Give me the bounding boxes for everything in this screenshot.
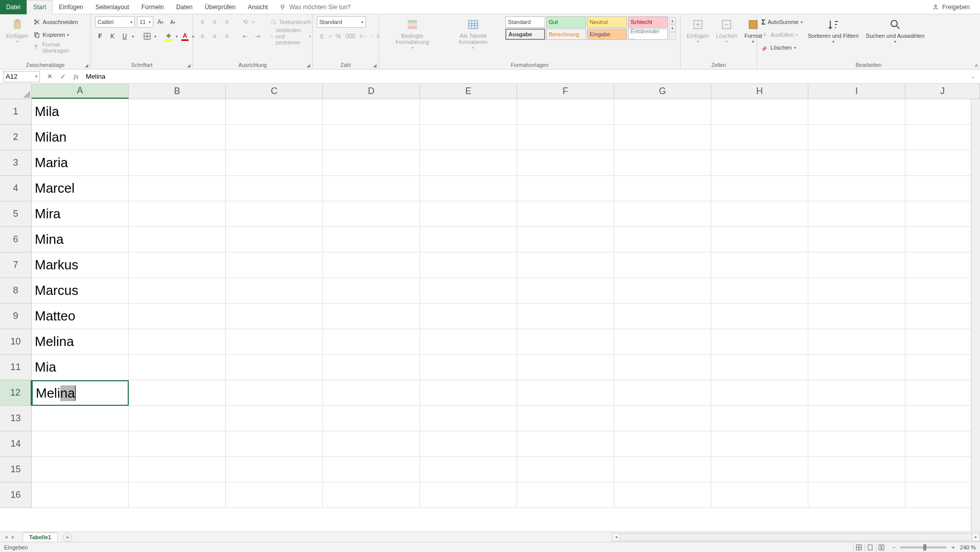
italic-button[interactable]: K [107,31,118,41]
cell-F16[interactable] [517,482,614,508]
delete-cells-button[interactable]: Löschen▾ [714,16,739,45]
cell-D1[interactable] [323,99,420,125]
cell-J16[interactable] [905,482,980,508]
sheet-nav-first[interactable]: ◂ [3,534,9,540]
cell-C9[interactable] [226,304,323,329]
cell-A13[interactable] [32,406,129,431]
share-button[interactable]: Freigeben [942,4,970,11]
horizontal-scrollbar[interactable] [620,533,972,541]
row-header-12[interactable]: 12 [0,380,32,406]
cell-C13[interactable] [226,406,323,431]
cell-J4[interactable] [905,176,980,201]
cell-E10[interactable] [420,329,517,355]
col-header-G[interactable]: G [614,84,711,99]
merge-center-button[interactable]: Verbinden und zentrieren▾ [270,31,311,42]
conditional-formatting-button[interactable]: Bedingte Formatierung▾ [383,16,441,52]
cell-J8[interactable] [905,278,980,304]
find-select-button[interactable]: Suchen und Auswählen▾ [864,16,927,45]
cell-G10[interactable] [614,329,711,355]
col-header-C[interactable]: C [226,84,323,99]
fill-button[interactable]: Ausfüllen▾ [761,29,803,40]
cell-E4[interactable] [420,176,517,201]
cell-I6[interactable] [808,227,905,252]
cell-G2[interactable] [614,125,711,150]
cut-button[interactable]: Ausschneiden [33,16,86,28]
cell-B3[interactable] [129,150,226,176]
style-standard[interactable]: Standard [505,16,545,28]
cell-A14[interactable] [32,431,129,457]
sort-filter-button[interactable]: Sortieren und Filtern▾ [806,16,861,45]
cell-C3[interactable] [226,150,323,176]
cell-G3[interactable] [614,150,711,176]
cell-J15[interactable] [905,457,980,482]
row-header-13[interactable]: 13 [0,406,32,431]
view-normal-button[interactable] [853,543,865,551]
cell-G15[interactable] [614,457,711,482]
cell-B12[interactable] [129,380,226,406]
tab-data[interactable]: Daten [170,0,199,14]
cell-I9[interactable] [808,304,905,329]
cell-C1[interactable] [226,99,323,125]
cell-F15[interactable] [517,457,614,482]
sheet-nav-last[interactable]: ▸ [10,534,16,540]
currency-button[interactable]: ₵ [317,31,327,41]
cell-E13[interactable] [420,406,517,431]
add-sheet-button[interactable]: + [63,533,72,542]
row-header-3[interactable]: 3 [0,150,32,176]
cell-J9[interactable] [905,304,980,329]
cell-A3[interactable]: Maria [32,150,129,176]
cell-B13[interactable] [129,406,226,431]
cell-B1[interactable] [129,99,226,125]
cell-H1[interactable] [711,99,808,125]
cell-I14[interactable] [808,431,905,457]
col-header-B[interactable]: B [129,84,226,99]
font-dialog-launcher[interactable]: ◢ [187,63,191,68]
cell-H8[interactable] [711,278,808,304]
cell-H3[interactable] [711,150,808,176]
cell-H16[interactable] [711,482,808,508]
cell-I8[interactable] [808,278,905,304]
font-name-select[interactable]: Calibri▾ [95,16,135,28]
col-header-D[interactable]: D [323,84,420,99]
collapse-ribbon-button[interactable]: ʌ [975,62,978,68]
orientation-button[interactable]: ⟲ [240,17,250,27]
cell-F9[interactable] [517,304,614,329]
hscroll-right[interactable]: ▸ [972,533,980,541]
tab-view[interactable]: Ansicht [242,0,274,14]
fill-color-button[interactable] [164,31,174,41]
cell-B6[interactable] [129,227,226,252]
cell-G1[interactable] [614,99,711,125]
expand-formula-bar-button[interactable]: ⌄ [971,74,980,79]
col-header-I[interactable]: I [808,84,905,99]
cell-E6[interactable] [420,227,517,252]
cell-H6[interactable] [711,227,808,252]
increase-font-button[interactable]: A▴ [155,17,166,27]
style-schlecht[interactable]: Schlecht [628,16,668,28]
row-header-7[interactable]: 7 [0,252,32,278]
decrease-indent-button[interactable]: ⇤ [240,31,250,41]
cell-C2[interactable] [226,125,323,150]
cell-J2[interactable] [905,125,980,150]
decrease-decimal-button[interactable]: ←.0 [370,31,380,41]
zoom-out-button[interactable]: − [892,544,895,550]
cell-G7[interactable] [614,252,711,278]
select-all-button[interactable] [0,84,32,99]
cell-D13[interactable] [323,406,420,431]
cell-J3[interactable] [905,150,980,176]
col-header-J[interactable]: J [905,84,980,99]
align-left-button[interactable]: ≡ [197,31,207,41]
cell-J6[interactable] [905,227,980,252]
style-ausgabe[interactable]: Ausgabe [505,29,545,40]
cell-A2[interactable]: Milan [32,125,129,150]
cell-E8[interactable] [420,278,517,304]
cell-C8[interactable] [226,278,323,304]
tab-formulas[interactable]: Formeln [135,0,170,14]
insert-cells-button[interactable]: Einfügen▾ [685,16,711,45]
hscroll-left[interactable]: ◂ [612,533,620,541]
cell-I3[interactable] [808,150,905,176]
cell-G16[interactable] [614,482,711,508]
cell-I4[interactable] [808,176,905,201]
cell-B9[interactable] [129,304,226,329]
cell-D3[interactable] [323,150,420,176]
cell-D9[interactable] [323,304,420,329]
